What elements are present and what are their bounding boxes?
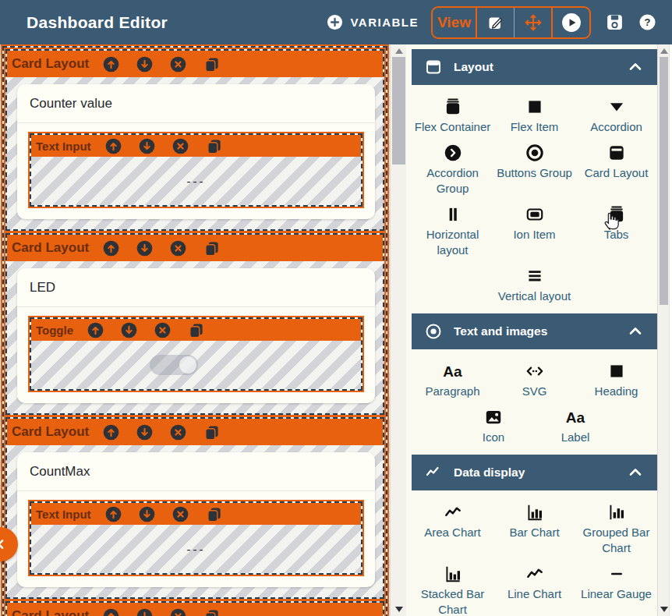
move-down-button[interactable] — [136, 240, 153, 257]
palette-item-label: Accordion Group — [412, 165, 493, 196]
card-layout-element-4[interactable]: Card Layout — [5, 601, 384, 616]
duplicate-button[interactable] — [203, 608, 220, 616]
palette-item-svg[interactable]: SVG — [493, 353, 575, 399]
canvas-scrollbar[interactable] — [390, 44, 408, 616]
palette-item-ion-item[interactable]: Ion Item — [493, 196, 575, 258]
scroll-down-arrow-icon[interactable] — [660, 607, 668, 612]
move-down-button[interactable] — [139, 506, 155, 522]
edit-pencil-icon — [486, 13, 505, 32]
text-input-element[interactable]: Text Input --- — [30, 133, 363, 207]
palette-item-paragraph[interactable]: Aa Paragraph — [412, 353, 493, 399]
element-toolbar[interactable]: Card Layout — [7, 235, 383, 261]
palette-item-label: Bar Chart — [509, 525, 559, 540]
card-layout-element-2[interactable]: Card Layout LED Toggle — [5, 233, 384, 415]
arrow-down-circle-icon — [136, 56, 153, 73]
section-header-layout[interactable]: Layout — [412, 49, 657, 85]
duplicate-button[interactable] — [203, 56, 220, 73]
scroll-up-arrow-icon[interactable] — [395, 48, 403, 54]
palette-item-stacked-bar-chart[interactable]: Stacked Bar Chart — [412, 556, 493, 616]
palette-item-buttons-group[interactable]: Buttons Group — [493, 135, 575, 196]
move-down-button[interactable] — [136, 56, 153, 73]
move-up-button[interactable] — [103, 424, 119, 441]
save-button[interactable] — [605, 12, 624, 32]
palette-item-label[interactable]: Aa Label — [535, 399, 617, 445]
palette-item-grouped-bar-chart[interactable]: Grouped Bar Chart — [575, 494, 657, 556]
move-up-button[interactable] — [103, 240, 119, 257]
palette-item-horizontal-layout[interactable]: Horizontal layout — [412, 196, 493, 258]
move-up-button[interactable] — [103, 56, 119, 73]
move-mode-button[interactable] — [515, 8, 551, 37]
duplicate-button[interactable] — [206, 138, 222, 154]
palette-item-area-chart[interactable]: Area Chart — [412, 494, 493, 556]
x-circle-icon — [170, 240, 186, 257]
move-down-button[interactable] — [136, 424, 153, 441]
delete-button[interactable] — [154, 322, 171, 338]
root-container-element[interactable]: Card Layout Counter value Text Input — [2, 46, 387, 616]
duplicate-button[interactable] — [188, 322, 204, 338]
view-mode-button[interactable]: View — [433, 8, 476, 37]
palette-item-card-layout[interactable]: Card Layout — [575, 135, 657, 196]
element-toolbar[interactable]: Card Layout — [7, 603, 383, 616]
palette-item-bar-chart[interactable]: Bar Chart — [493, 494, 575, 556]
scroll-down-arrow-icon[interactable] — [395, 607, 403, 612]
arrow-up-circle-icon — [103, 424, 119, 441]
element-toolbar[interactable]: Text Input — [31, 503, 361, 525]
line-chart-icon — [525, 563, 545, 585]
add-variable-button[interactable]: VARIABLE — [327, 14, 419, 30]
scroll-up-arrow-icon[interactable] — [660, 48, 668, 54]
element-toolbar[interactable]: Card Layout — [7, 419, 383, 445]
toggle-element[interactable]: Toggle — [30, 317, 363, 391]
edit-mode-button[interactable] — [477, 8, 514, 37]
buttons-group-icon — [525, 142, 545, 164]
palette-item-line-chart[interactable]: Line Chart — [493, 556, 575, 616]
app-header: Dashboard Editor VARIABLE View — [0, 0, 672, 44]
arrow-up-circle-icon — [105, 138, 122, 154]
plus-circle-icon — [327, 14, 343, 30]
delete-button[interactable] — [170, 608, 186, 616]
copy-icon — [188, 322, 204, 338]
help-button[interactable]: ? — [638, 13, 656, 31]
flex-container-icon — [443, 96, 463, 118]
move-down-button[interactable] — [121, 322, 137, 338]
palette-item-flex-container[interactable]: Flex Container — [412, 89, 493, 135]
move-up-button[interactable] — [103, 608, 119, 616]
palette-item-tabs[interactable]: Tabs — [575, 196, 657, 258]
delete-button[interactable] — [170, 424, 186, 441]
x-circle-icon — [170, 608, 186, 616]
sidebar-scrollbar-thumb[interactable] — [660, 57, 668, 305]
section-label: Text and images — [454, 324, 547, 338]
palette-item-label: Paragraph — [425, 384, 479, 399]
palette-item-linear-gauge[interactable]: Linear Gauge — [575, 556, 657, 616]
element-toolbar[interactable]: Toggle — [31, 319, 361, 341]
play-button[interactable] — [553, 8, 589, 37]
card-layout-element-3[interactable]: Card Layout CountMax Text Input — [5, 417, 384, 599]
move-up-button[interactable] — [87, 322, 104, 338]
palette-item-flex-item[interactable]: Flex Item — [493, 89, 575, 135]
move-up-button[interactable] — [105, 138, 122, 154]
move-down-button[interactable] — [136, 608, 153, 616]
delete-button[interactable] — [172, 138, 189, 154]
element-controls — [103, 608, 220, 616]
data-display-icon — [424, 463, 443, 482]
text-and-images-items: Aa Paragraph SVG Heading Icon Aa Label — [412, 349, 657, 451]
duplicate-button[interactable] — [203, 240, 220, 257]
delete-button[interactable] — [172, 506, 189, 522]
section-header-text-and-images[interactable]: Text and images — [412, 313, 657, 349]
canvas-scrollbar-thumb[interactable] — [392, 57, 405, 165]
element-toolbar[interactable]: Text Input — [31, 135, 361, 157]
move-down-button[interactable] — [139, 138, 155, 154]
element-toolbar[interactable]: Card Layout — [7, 51, 383, 77]
palette-item-vertical-layout[interactable]: Vertical layout — [493, 258, 575, 304]
palette-item-accordion-group[interactable]: Accordion Group — [412, 135, 493, 196]
duplicate-button[interactable] — [203, 424, 220, 441]
card-layout-element-1[interactable]: Card Layout Counter value Text Input — [5, 49, 384, 231]
palette-item-heading[interactable]: Heading — [575, 353, 657, 399]
palette-item-icon[interactable]: Icon — [453, 399, 535, 445]
text-input-element[interactable]: Text Input --- — [30, 501, 363, 575]
section-header-data-display[interactable]: Data display — [412, 455, 657, 490]
move-up-button[interactable] — [105, 506, 122, 522]
duplicate-button[interactable] — [206, 506, 222, 522]
delete-button[interactable] — [170, 240, 186, 257]
delete-button[interactable] — [170, 56, 186, 73]
palette-item-accordion[interactable]: Accordion — [575, 89, 657, 135]
